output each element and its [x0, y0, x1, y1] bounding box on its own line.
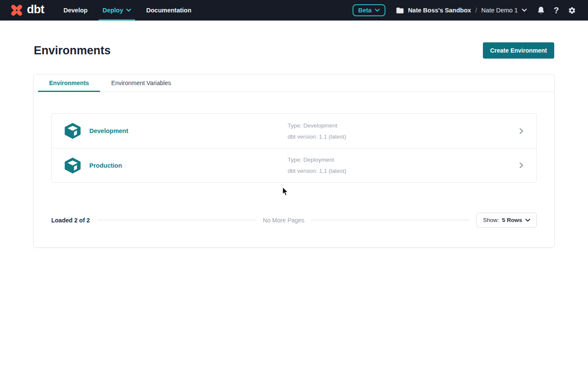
chevron-down-icon [126, 9, 131, 12]
chevron-down-icon [525, 219, 530, 222]
environment-meta: Type: Development dbt version: 1.1 (late… [288, 114, 346, 148]
environment-name-link[interactable]: Production [89, 162, 122, 169]
environment-version: dbt version: 1.1 (latest) [288, 133, 346, 140]
active-nav-underline [99, 19, 135, 21]
top-navbar: dbt Develop Deploy Documentation Beta Na… [0, 0, 588, 21]
show-label: Show: [483, 217, 499, 223]
notifications-bell-icon[interactable] [537, 6, 545, 15]
folder-icon [396, 7, 404, 14]
tab-environments[interactable]: Environments [38, 74, 100, 92]
nav-spacer [203, 0, 353, 21]
chevron-down-icon [375, 9, 380, 12]
breadcrumb-account: Nate Boss's Sandbox [408, 7, 471, 14]
environment-cube-icon [65, 157, 81, 174]
dbt-logo-icon [9, 3, 24, 18]
create-environment-button[interactable]: Create Environment [483, 42, 554, 59]
environment-row-development[interactable]: Development Type: Development dbt versio… [52, 114, 536, 148]
card-tabbar: Environments Environment Variables [34, 74, 554, 92]
card-body: Development Type: Development dbt versio… [34, 92, 554, 247]
dbt-logo[interactable]: dbt [9, 0, 44, 21]
beta-dropdown-button[interactable]: Beta [353, 4, 385, 16]
environment-list: Development Type: Development dbt versio… [51, 113, 537, 183]
page-header: Environments Create Environment [0, 42, 588, 59]
chevron-right-icon [519, 162, 523, 169]
rows-value: 5 Rows [502, 217, 522, 223]
navbar-icon-group: ? [537, 6, 576, 15]
environment-cube-icon [65, 123, 81, 139]
tab-environment-variables[interactable]: Environment Variables [100, 74, 182, 92]
loaded-count-label: Loaded 2 of 2 [51, 217, 90, 224]
divider-line [311, 220, 470, 220]
divider-line [97, 220, 256, 220]
primary-nav: Develop Deploy Documentation [59, 0, 202, 21]
help-icon[interactable]: ? [554, 6, 559, 15]
chevron-right-icon [519, 128, 523, 134]
nav-item-label: Deploy [103, 7, 123, 14]
pagination-footer: Loaded 2 of 2 No More Pages Show: 5 Rows [51, 213, 537, 228]
nav-item-label: Documentation [146, 7, 191, 14]
account-breadcrumb[interactable]: Nate Boss's Sandbox / Nate Demo 1 [396, 7, 527, 14]
settings-gear-icon[interactable] [568, 6, 576, 15]
no-more-pages-label: No More Pages [263, 217, 304, 224]
environment-row-production[interactable]: Production Type: Deployment dbt version:… [52, 148, 536, 182]
environment-meta: Type: Deployment dbt version: 1.1 (lates… [288, 148, 346, 182]
rows-per-page-dropdown[interactable]: Show: 5 Rows [476, 213, 537, 228]
chevron-down-icon [522, 9, 527, 12]
breadcrumb-separator: / [475, 7, 477, 14]
nav-item-develop[interactable]: Develop [59, 0, 91, 21]
nav-item-label: Develop [63, 7, 87, 14]
dbt-brand-text: dbt [27, 3, 44, 18]
environment-type: Type: Deployment [288, 157, 346, 163]
beta-label: Beta [358, 7, 371, 14]
environment-version: dbt version: 1.1 (latest) [288, 168, 346, 174]
environment-type: Type: Development [288, 122, 346, 129]
environments-card: Environments Environment Variables Devel… [33, 74, 555, 248]
breadcrumb-project: Nate Demo 1 [481, 7, 517, 14]
environment-name-link[interactable]: Development [89, 127, 128, 134]
nav-item-documentation[interactable]: Documentation [142, 0, 195, 21]
nav-item-deploy[interactable]: Deploy [99, 0, 135, 21]
page-title: Environments [34, 44, 111, 57]
